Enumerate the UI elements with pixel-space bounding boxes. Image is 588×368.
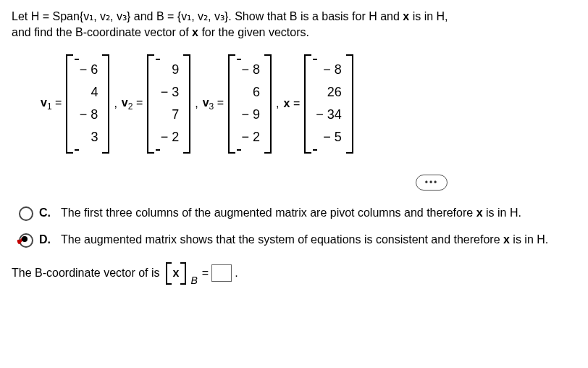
- answer-prompt: The B-coordinate vector of is x B = .: [12, 262, 576, 284]
- matrix-v1: − 6 4 − 8 3: [66, 54, 109, 154]
- bracket-x: x: [166, 262, 187, 284]
- option-c[interactable]: C. The first three columns of the augmen…: [19, 205, 576, 221]
- expand-button[interactable]: •••: [416, 175, 448, 191]
- radio-c[interactable]: [19, 206, 33, 221]
- matrix-v2: 9 − 3 7 − 2: [147, 54, 190, 154]
- vector-definitions: v1 = − 6 4 − 8 3 , v2 = 9 − 3 7 − 2 , v3…: [41, 54, 576, 154]
- option-d[interactable]: ✔ D. The augmented matrix shows that the…: [19, 232, 576, 248]
- option-text: The first three columns of the augmented…: [61, 205, 576, 221]
- question-prompt: Let H = Span{v₁, v₂, v₃} and B = {v₁, v₂…: [12, 9, 576, 41]
- option-letter: C.: [39, 205, 51, 221]
- option-text: The augmented matrix shows that the syst…: [61, 232, 576, 248]
- matrix-v3: − 8 6 − 9 − 2: [228, 54, 272, 154]
- radio-d[interactable]: ✔: [19, 233, 33, 248]
- matrix-x: − 8 26 − 34 − 5: [304, 54, 353, 154]
- answer-input[interactable]: [211, 264, 232, 282]
- option-letter: D.: [39, 232, 51, 248]
- check-icon: ✔: [16, 232, 27, 250]
